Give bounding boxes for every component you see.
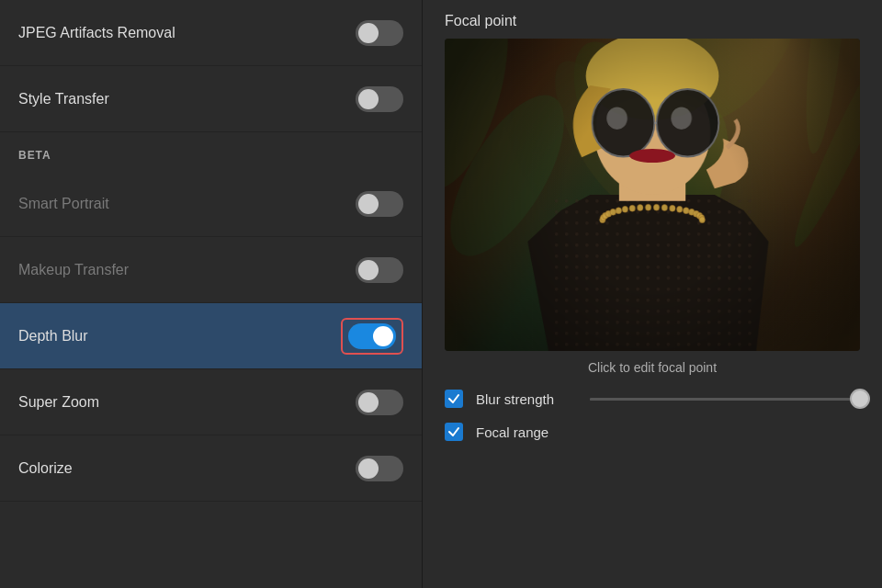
focal-range-checkbox[interactable]	[445, 423, 463, 441]
focal-image-container[interactable]	[445, 39, 860, 351]
blur-strength-checkbox[interactable]	[445, 390, 463, 408]
makeup-transfer-toggle[interactable]	[356, 257, 403, 283]
right-panel: Focal point Click to edit focal point Bl…	[423, 0, 882, 588]
checkmark-icon	[447, 392, 460, 405]
super-zoom-row: Super Zoom	[0, 369, 422, 435]
focal-range-label: Focal range	[476, 424, 577, 440]
depth-blur-knob	[373, 326, 393, 346]
blur-strength-label: Blur strength	[476, 391, 577, 407]
style-transfer-knob	[358, 89, 379, 109]
blur-strength-track[interactable]	[590, 398, 860, 401]
super-zoom-label: Super Zoom	[18, 394, 99, 411]
style-transfer-toggle[interactable]	[356, 86, 403, 112]
jpeg-artifacts-row: JPEG Artifacts Removal	[0, 0, 422, 66]
depth-blur-row: Depth Blur	[0, 303, 422, 369]
blur-strength-slider-container	[590, 398, 860, 401]
jpeg-artifacts-knob	[358, 23, 379, 43]
super-zoom-toggle[interactable]	[356, 390, 403, 415]
smart-portrait-knob	[358, 194, 379, 214]
style-transfer-label: Style Transfer	[18, 91, 109, 107]
depth-blur-toggle[interactable]	[348, 323, 396, 349]
colorize-row: Colorize	[0, 435, 422, 502]
left-panel: JPEG Artifacts Removal Style Transfer BE…	[0, 0, 423, 588]
jpeg-artifacts-toggle[interactable]	[356, 20, 403, 46]
style-transfer-row: Style Transfer	[0, 66, 422, 132]
portrait-canvas	[445, 39, 860, 351]
smart-portrait-label: Smart Portrait	[18, 196, 109, 212]
colorize-knob	[358, 458, 379, 479]
makeup-transfer-label: Makeup Transfer	[18, 262, 129, 278]
jpeg-artifacts-label: JPEG Artifacts Removal	[18, 25, 175, 41]
super-zoom-knob	[358, 392, 379, 413]
blur-strength-fill	[590, 398, 860, 401]
blur-strength-row: Blur strength	[445, 390, 860, 408]
focal-range-checkmark-icon	[447, 425, 460, 438]
beta-section-header: BETA	[0, 132, 422, 171]
depth-blur-toggle-highlight	[341, 318, 403, 355]
smart-portrait-row: Smart Portrait	[0, 171, 422, 237]
colorize-toggle[interactable]	[356, 456, 403, 481]
depth-blur-label: Depth Blur	[18, 328, 88, 345]
makeup-transfer-knob	[358, 260, 379, 280]
blur-strength-thumb[interactable]	[850, 389, 870, 409]
makeup-transfer-row: Makeup Transfer	[0, 237, 422, 303]
smart-portrait-toggle[interactable]	[356, 191, 403, 217]
colorize-label: Colorize	[18, 460, 73, 477]
focal-range-row: Focal range	[445, 423, 860, 441]
click-to-edit-label: Click to edit focal point	[445, 360, 860, 375]
focal-point-label: Focal point	[445, 13, 860, 29]
